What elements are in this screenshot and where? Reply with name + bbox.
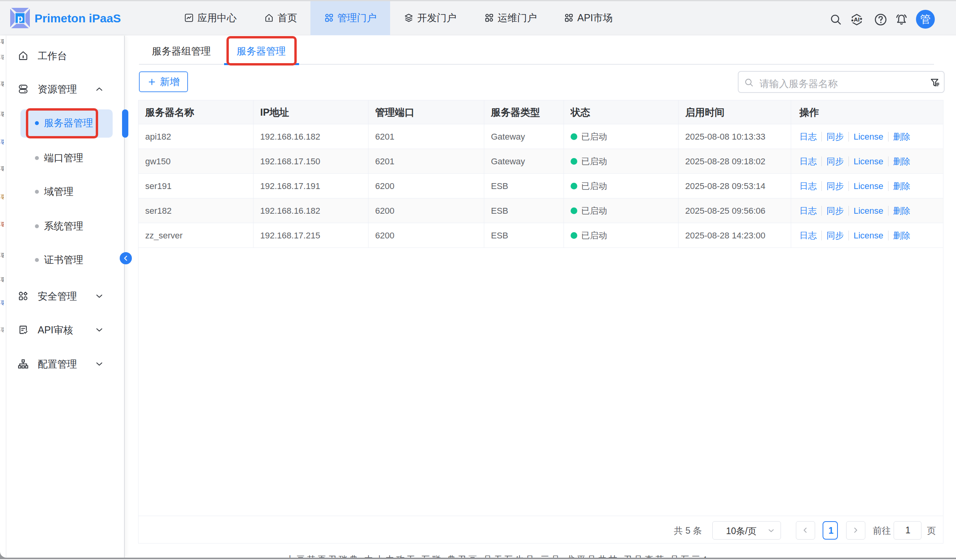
- svg-text:p: p: [17, 13, 23, 24]
- svg-text:AI: AI: [854, 16, 860, 23]
